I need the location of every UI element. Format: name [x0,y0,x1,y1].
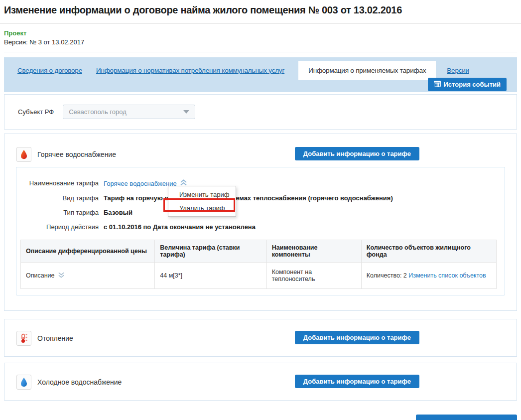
tab-applied-tariffs-active[interactable]: Информация о применяемых тарифах [298,61,436,80]
tab-consumption-norms[interactable]: Информация о нормативах потребления комм… [96,67,284,74]
divider [4,52,517,52]
footer: ← Вернуться на предыдущую форму Размести… [4,415,517,420]
component-cell: Компонент на теплоноситель [266,263,361,289]
tariff-card: Наименование тарифа Горячее водоснабжени… [16,167,505,295]
section-heating: Отопление Добавить информацию о тарифе [4,319,517,357]
edit-object-list-link[interactable]: Изменить список объектов [408,272,486,279]
cold-water-drop-icon [16,375,31,390]
history-button-label: История событий [444,81,501,88]
chevron-down-caret-icon [183,110,189,114]
subject-panel: Субъект РФ Севастополь город [4,94,517,130]
tariff-type-value: Базовый [104,209,132,217]
tariff-name-label: Наименование тарифа [16,179,99,188]
tab-contract-info[interactable]: Сведения о договоре [17,67,82,74]
tariff-kind-row: Вид тарифа Тариф на горячую воду в закры… [16,194,505,202]
menu-item-edit-tariff[interactable]: Изменить тариф [168,188,236,201]
subject-rf-select[interactable]: Севастополь город [63,105,195,119]
tariff-type-label: Тип тарифа [16,209,99,217]
subject-rf-value: Севастополь город [69,108,127,116]
section-cold-water-title: Холодное водоснабжение [37,378,122,386]
double-chevron-down-icon[interactable] [58,272,65,280]
section-hot-water: Горячее водоснабжение Добавить информаци… [4,134,517,311]
tariff-value-cell: 44 м[3*] [155,263,266,289]
tariff-table: Описание дифференцированной цены Величин… [20,240,497,289]
tariff-period-value: с 01.10.2016 по Дата окончания не устано… [104,223,256,231]
object-count-cell: Количество: 2 Изменить список объектов [361,263,496,289]
hot-water-drop-icon [16,147,31,162]
tariff-kind-label: Вид тарифа [16,194,99,202]
col-header-object-count: Количество объектов жилищного фонда [361,240,496,263]
divider [0,23,521,24]
calendar-icon [434,80,441,89]
tariff-kind-value: Тариф на горячую воду в закрытых система… [104,194,393,202]
tariff-period-label: Период действия [16,223,99,231]
thermometer-icon [16,331,31,346]
tariff-name-link-text: Горячее водоснабжение [104,180,177,188]
object-count-text: Количество: 2 [367,272,407,279]
col-header-tariff-value: Величина тарифа (ставки тарифа) [155,240,266,263]
section-cold-water: Холодное водоснабжение Добавить информац… [4,363,517,401]
col-header-price-description: Описание дифференцированной цены [21,240,155,263]
description-label: Описание [26,272,55,279]
history-button[interactable]: История событий [428,78,507,91]
col-header-component-name: Наименование компоненты [266,240,361,263]
version-label: Версия: № 3 от 13.02.2017 [4,38,517,46]
tariff-period-row: Период действия с 01.10.2016 по Дата око… [16,223,505,231]
table-header-row: Описание дифференцированной цены Величин… [21,240,497,263]
table-row: Описание 44 м[3*] Компонент на теплоноси… [21,263,497,289]
description-cell: Описание [21,263,155,289]
tariff-context-menu: Изменить тариф Удалить тариф [168,186,236,217]
tab-versions[interactable]: Версии [447,67,469,74]
add-tariff-button-hot-water[interactable]: Добавить информацию о тарифе [295,147,419,160]
tabs-bar: Сведения о договоре Информация о нормати… [4,57,517,92]
section-hot-water-title: Горячее водоснабжение [37,150,116,158]
publish-information-button[interactable]: Разместить информацию [416,415,517,420]
menu-item-delete-tariff[interactable]: Удалить тариф [168,201,236,215]
page-title: Изменение информации о договоре найма жи… [0,0,521,16]
section-hot-water-header: Горячее водоснабжение [4,134,517,162]
subject-rf-label: Субъект РФ [18,108,54,116]
section-cold-water-header: Холодное водоснабжение [4,363,517,390]
section-heating-header: Отопление [4,319,517,346]
status-badge: Проект [4,29,517,37]
add-tariff-button-cold-water[interactable]: Добавить информацию о тарифе [295,375,419,388]
tariff-type-row: Тип тарифа Базовый [16,209,505,217]
add-tariff-button-heating[interactable]: Добавить информацию о тарифе [295,331,419,344]
tariff-name-row: Наименование тарифа Горячее водоснабжени… [16,179,505,188]
section-heating-title: Отопление [37,334,73,342]
